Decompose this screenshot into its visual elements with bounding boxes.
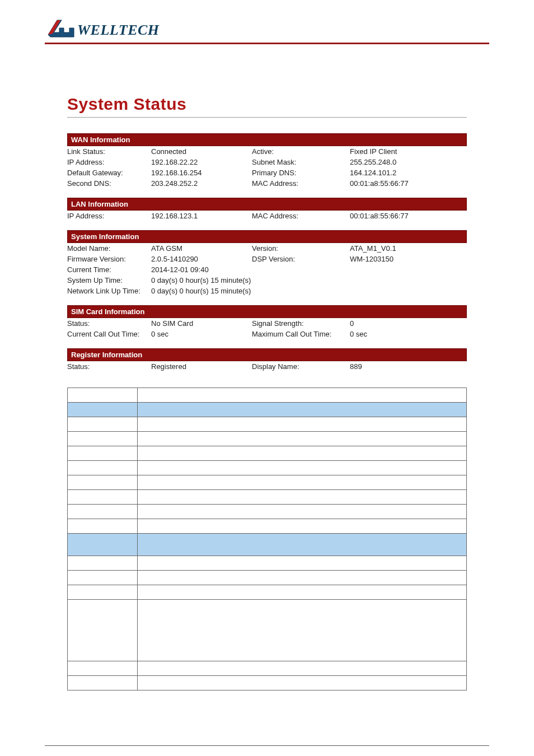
table-cell [68,403,138,417]
logo: WELLTECH [45,17,489,39]
table-cell [138,417,467,432]
table-cell [68,490,138,505]
table-cell [68,432,138,446]
value: 192.168.123.1 [151,211,252,221]
table-row [68,676,467,690]
table-cell [138,661,467,676]
value: No SIM Card [151,318,252,329]
value: 203.248.252.2 [151,178,252,189]
table-cell [68,461,138,475]
value: 255.255.248.0 [350,157,467,167]
table-cell [68,571,138,585]
sys-grid: Model Name: ATA GSM Version: ATA_M1_V0.1… [67,243,467,296]
table-row [68,490,467,505]
table-cell [68,388,138,403]
table-cell [68,475,138,490]
table-row [68,417,467,432]
spec-table [67,388,467,690]
page-title: System Status [67,95,467,118]
table-row [68,571,467,585]
label: Default Gateway: [67,167,151,178]
section-header-lan: LAN Information [67,198,467,211]
label: Active: [252,146,350,157]
table-row [68,585,467,600]
table-cell [68,519,138,534]
label: Version: [252,243,350,254]
table-cell [138,556,467,571]
value: ATA_M1_V0.1 [350,243,467,254]
label: Network Link Up Time: [67,286,151,296]
table-cell [68,661,138,676]
label: MAC Address: [252,178,350,189]
value: 00:01:a8:55:66:77 [350,211,467,221]
label: System Up Time: [67,275,151,286]
label: IP Address: [67,211,151,221]
table-cell [138,475,467,490]
table-cell [68,446,138,461]
table-cell [138,519,467,534]
table-row [68,556,467,571]
table-row [68,505,467,519]
table-cell [68,600,138,661]
table-cell [138,585,467,600]
sim-grid: Status: No SIM Card Signal Strength: 0 C… [67,318,467,339]
table-cell [138,490,467,505]
label: Maximum Call Out Time: [252,329,350,339]
label: Display Name: [252,361,350,372]
value: 0 day(s) 0 hour(s) 15 minute(s) [151,286,467,296]
table-cell [68,585,138,600]
label: Firmware Version: [67,254,151,264]
label: Link Status: [67,146,151,157]
section-header-sim: SIM Card Information [67,305,467,318]
table-cell [68,505,138,519]
value: Fixed IP Client [350,146,467,157]
logo-text: WELLTECH [77,22,160,39]
table-cell [138,446,467,461]
table-row [68,403,467,417]
lan-grid: IP Address: 192.168.123.1 MAC Address: 0… [67,211,467,221]
label: Status: [67,361,151,372]
table-cell [138,676,467,690]
table-cell [68,534,138,556]
label: Signal Strength: [252,318,350,329]
value: 0 day(s) 0 hour(s) 15 minute(s) [151,275,467,286]
value: ATA GSM [151,243,252,254]
content-area: System Status WAN Information Link Statu… [45,95,489,690]
label: DSP Version: [252,254,350,264]
section-header-sys: System Information [67,230,467,243]
table-cell [68,556,138,571]
table-row [68,475,467,490]
section-header-wan: WAN Information [67,133,467,146]
value: 00:01:a8:55:66:77 [350,178,467,189]
value: 889 [350,361,467,372]
table-row [68,432,467,446]
logo-arrow-icon [45,17,77,39]
value: 2014-12-01 09:40 [151,264,467,275]
label: Status: [67,318,151,329]
table-row [68,534,467,556]
label: Subnet Mask: [252,157,350,167]
table-cell [138,403,467,417]
wan-grid: Link Status: Connected Active: Fixed IP … [67,146,467,189]
value: 164.124.101.2 [350,167,467,178]
value: 0 sec [151,329,252,339]
value: Registered [151,361,252,372]
value: 192.168.16.254 [151,167,252,178]
table-row [68,519,467,534]
label: MAC Address: [252,211,350,221]
footer-divider [45,745,489,746]
label: Current Call Out Time: [67,329,151,339]
reg-grid: Status: Registered Display Name: 889 [67,361,467,372]
value: WM-1203150 [350,254,467,264]
value: 0 sec [350,329,467,339]
table-row [68,600,467,661]
value: Connected [151,146,252,157]
table-row [68,446,467,461]
table-cell [138,600,467,661]
table-cell [138,388,467,403]
value: 192.168.22.22 [151,157,252,167]
table-row [68,661,467,676]
table-row [68,461,467,475]
table-cell [138,534,467,556]
label: Primary DNS: [252,167,350,178]
